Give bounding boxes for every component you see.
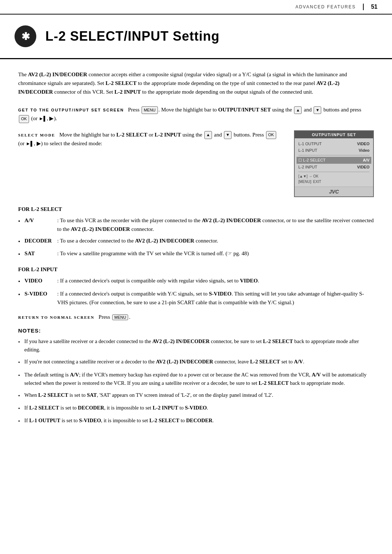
down-arrow-btn: ▼ bbox=[314, 106, 321, 114]
get-to-label: GET TO THE OUTPUT/INPUT SET SCREEN bbox=[18, 108, 124, 112]
bullet-icon: • bbox=[18, 371, 20, 380]
fwd-icon2: ►▌ bbox=[26, 141, 34, 146]
l2-select-list: • A/V : To use this VCR as the recorder … bbox=[18, 216, 374, 259]
get-to-screen-text: GET TO THE OUTPUT/INPUT SET SCREEN Press… bbox=[18, 105, 374, 123]
osd-title: OUTPUT/INPUT SET bbox=[312, 133, 356, 137]
svideo-label: S-VIDEO bbox=[25, 289, 57, 298]
sat-label: SAT bbox=[25, 249, 57, 258]
title-icon: ✱ bbox=[15, 25, 36, 47]
osd-content: L-1 OUTPUT VIDEO L-1 INPUT Video ☐ L-2 S… bbox=[295, 138, 373, 187]
av-label: A/V bbox=[25, 216, 57, 225]
osd-row-l1in: L-1 INPUT Video bbox=[298, 147, 369, 154]
page-header: ADVANCED FEATURES 51 bbox=[0, 0, 392, 15]
note-item-3: • The default setting is A/V; if the VCR… bbox=[18, 371, 374, 387]
l2-input-svideo-item: • S-VIDEO : If a connected device's outp… bbox=[18, 289, 374, 307]
l2-input-list: • VIDEO : If a connected device's output… bbox=[18, 276, 374, 307]
osd-divider2 bbox=[298, 172, 369, 172]
decoder-label: DECODER bbox=[25, 236, 57, 245]
return-label: RETURN TO NORMAL SCREEN bbox=[18, 315, 94, 319]
page-number: 51 bbox=[363, 4, 377, 10]
osd-title-bar: OUTPUT/INPUT SET bbox=[295, 131, 373, 138]
osd-l2sel-val: A/V bbox=[363, 158, 369, 163]
osd-row-l2in: L-2 INPUT VIDEO bbox=[298, 164, 369, 170]
osd-footer1: [▲▼] → OK bbox=[298, 174, 369, 179]
bullet-icon: • bbox=[18, 392, 20, 400]
osd-row-l1out: L-1 OUTPUT VIDEO bbox=[298, 140, 369, 147]
l2-select-decoder-item: • DECODER : To use a decoder connected t… bbox=[18, 236, 374, 247]
note-item-6: • If L-1 OUTPUT is set to S-VIDEO, it is… bbox=[18, 416, 374, 425]
bullet-icon: • bbox=[18, 338, 20, 346]
osd-row-l2sel-highlighted: ☐ L-2 SELECT A/V bbox=[297, 157, 371, 164]
bullet-icon: • bbox=[18, 277, 20, 286]
bullet-icon: • bbox=[18, 417, 20, 425]
bullet-icon: • bbox=[18, 250, 20, 259]
menu-key-icon: MENU bbox=[142, 106, 158, 114]
down-arrow-btn2: ▼ bbox=[224, 131, 232, 139]
section-label: ADVANCED FEATURES bbox=[295, 4, 356, 9]
osd-screen: OUTPUT/INPUT SET L-1 OUTPUT VIDEO L-1 IN… bbox=[294, 130, 374, 197]
note-6-text: If L-1 OUTPUT is set to S-VIDEO, it is i… bbox=[24, 416, 214, 425]
select-mode-para: SELECT MODE Move the highlight bar to L-… bbox=[18, 130, 283, 148]
video-label: VIDEO bbox=[25, 276, 57, 285]
sat-content: : To view a satellite programme with the… bbox=[57, 249, 374, 258]
decoder-content: : To use a decoder connected to the AV2 … bbox=[57, 236, 374, 245]
l2-input-video-item: • VIDEO : If a connected device's output… bbox=[18, 276, 374, 286]
bullet-icon: • bbox=[18, 237, 20, 247]
fwd-icon: ►▌ bbox=[39, 116, 47, 122]
title-section: ✱ L-2 SELECT/INPUT Setting bbox=[0, 15, 392, 59]
osd-brand-text: JVC bbox=[329, 189, 339, 195]
note-item-4: • When L-2 SELECT is set to SAT, 'SAT' a… bbox=[18, 391, 374, 400]
notes-section: NOTES: • If you have a satellite receive… bbox=[18, 327, 374, 426]
osd-l1in-label: L-1 INPUT bbox=[298, 148, 317, 152]
ok-key-icon: OK bbox=[19, 115, 29, 123]
select-mode-label: SELECT MODE bbox=[18, 133, 55, 137]
video-content: : If a connected device's output is comp… bbox=[57, 276, 374, 285]
for-l2-input-header: FOR L-2 INPUT bbox=[18, 266, 374, 273]
menu-key-return: MENU bbox=[112, 314, 128, 320]
main-content: The AV2 (L-2) IN/DECODER connector accep… bbox=[0, 70, 392, 444]
notes-header: NOTES: bbox=[18, 327, 374, 334]
notes-list: • If you have a satellite receiver or a … bbox=[18, 337, 374, 426]
page-container: ADVANCED FEATURES 51 ✱ L-2 SELECT/INPUT … bbox=[0, 0, 392, 554]
bullet-icon: • bbox=[18, 290, 20, 300]
for-l2-select-header: FOR L-2 SELECT bbox=[18, 206, 374, 212]
star-icon: ✱ bbox=[21, 30, 30, 42]
l2-select-av-item: • A/V : To use this VCR as the recorder … bbox=[18, 216, 374, 233]
note-4-text: When L-2 SELECT is set to SAT, 'SAT' app… bbox=[24, 391, 273, 399]
note-5-text: If L-2 SELECT is set to DECODER, it is i… bbox=[24, 404, 208, 412]
note-3-text: The default setting is A/V; if the VCR's… bbox=[24, 371, 374, 387]
up-arrow-btn: ▲ bbox=[294, 106, 302, 114]
osd-l2in-val: VIDEO bbox=[357, 165, 369, 169]
note-item-2: • If you're not connecting a satellite r… bbox=[18, 358, 374, 367]
bullet-icon: • bbox=[18, 217, 20, 226]
l2-select-sat-item: • SAT : To view a satellite programme wi… bbox=[18, 249, 374, 259]
osd-footer2: [MENU]: EXIT bbox=[298, 179, 369, 184]
get-to-screen-section: GET TO THE OUTPUT/INPUT SET SCREEN Press… bbox=[18, 105, 374, 123]
note-item-5: • If L-2 SELECT is set to DECODER, it is… bbox=[18, 404, 374, 413]
intro-paragraph: The AV2 (L-2) IN/DECODER connector accep… bbox=[18, 70, 374, 96]
bullet-icon: • bbox=[18, 358, 20, 367]
osd-brand-bar: JVC bbox=[295, 187, 373, 196]
osd-l1out-val: VIDEO bbox=[357, 142, 369, 146]
up-arrow-btn2: ▲ bbox=[204, 131, 212, 139]
osd-divider1 bbox=[298, 155, 369, 155]
note-1-text: If you have a satellite receiver or a de… bbox=[24, 337, 374, 354]
return-line: RETURN TO NORMAL SCREEN Press MENU. bbox=[18, 314, 374, 321]
bullet-icon: • bbox=[18, 404, 20, 413]
av-content: : To use this VCR as the recorder with t… bbox=[57, 216, 374, 233]
note-item-1: • If you have a satellite receiver or a … bbox=[18, 337, 374, 354]
select-mode-area: SELECT MODE Move the highlight bar to L-… bbox=[18, 130, 374, 197]
page-title: L-2 SELECT/INPUT Setting bbox=[45, 29, 220, 44]
svideo-content: : If a connected device's output is comp… bbox=[57, 289, 374, 307]
osd-l1in-val: Video bbox=[359, 148, 369, 152]
note-2-text: If you're not connecting a satellite rec… bbox=[24, 358, 304, 366]
select-mode-text-block: SELECT MODE Move the highlight bar to L-… bbox=[18, 130, 283, 151]
osd-l2sel-label: ☐ L-2 SELECT bbox=[298, 158, 326, 163]
osd-l2in-label: L-2 INPUT bbox=[298, 165, 317, 169]
ok-key-icon2: OK bbox=[266, 131, 276, 139]
osd-l1out-label: L-1 OUTPUT bbox=[298, 142, 322, 146]
